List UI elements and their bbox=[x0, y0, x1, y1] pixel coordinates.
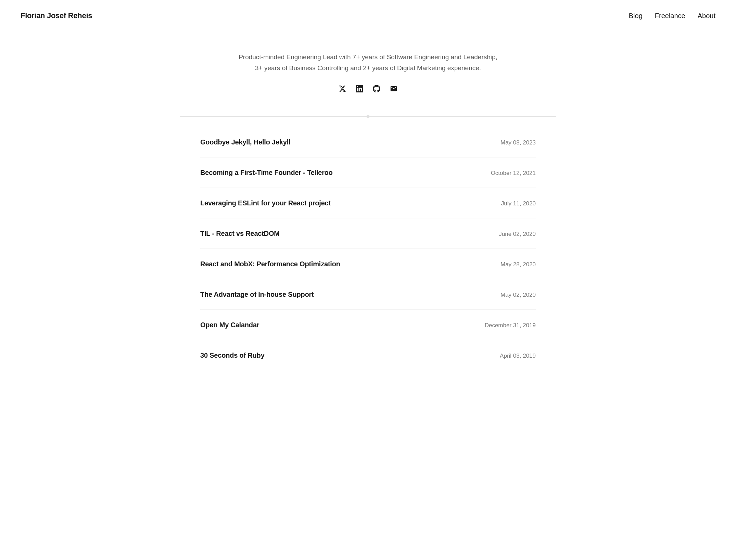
post-title: TIL - React vs ReactDOM bbox=[200, 228, 280, 239]
post-item[interactable]: 30 Seconds of RubyApril 03, 2019 bbox=[200, 340, 536, 370]
post-title: Leveraging ESLint for your React project bbox=[200, 198, 331, 208]
linkedin-icon[interactable] bbox=[356, 85, 363, 92]
github-icon[interactable] bbox=[373, 85, 380, 92]
post-date: June 02, 2020 bbox=[499, 229, 536, 239]
main-nav: Blog Freelance About bbox=[629, 10, 715, 21]
post-item[interactable]: React and MobX: Performance Optimization… bbox=[200, 249, 536, 279]
nav-freelance[interactable]: Freelance bbox=[655, 10, 685, 21]
post-title: Open My Calandar bbox=[200, 319, 259, 330]
post-item[interactable]: The Advantage of In-house SupportMay 02,… bbox=[200, 279, 536, 310]
post-item[interactable]: Open My CalandarDecember 31, 2019 bbox=[200, 310, 536, 340]
post-title: React and MobX: Performance Optimization bbox=[200, 258, 340, 269]
twitter-icon[interactable] bbox=[339, 85, 346, 92]
post-item[interactable]: TIL - React vs ReactDOMJune 02, 2020 bbox=[200, 218, 536, 249]
posts-list: Goodbye Jekyll, Hello JekyllMay 08, 2023… bbox=[180, 120, 556, 377]
post-date: May 28, 2020 bbox=[500, 260, 536, 269]
nav-about[interactable]: About bbox=[698, 10, 715, 21]
post-title: Goodbye Jekyll, Hello Jekyll bbox=[200, 137, 290, 148]
post-title: The Advantage of In-house Support bbox=[200, 289, 314, 300]
post-date: October 12, 2021 bbox=[491, 168, 536, 178]
post-title: Becoming a First-Time Founder - Telleroo bbox=[200, 167, 333, 178]
post-date: July 11, 2020 bbox=[501, 199, 536, 208]
post-date: May 02, 2020 bbox=[500, 290, 536, 300]
hero-description: Product-minded Engineering Lead with 7+ … bbox=[234, 52, 502, 74]
post-item[interactable]: Becoming a First-Time Founder - Telleroo… bbox=[200, 157, 536, 188]
social-icons bbox=[234, 85, 502, 92]
post-date: December 31, 2019 bbox=[485, 321, 536, 330]
post-item[interactable]: Leveraging ESLint for your React project… bbox=[200, 188, 536, 218]
divider bbox=[180, 116, 556, 117]
post-title: 30 Seconds of Ruby bbox=[200, 350, 265, 361]
nav-blog[interactable]: Blog bbox=[629, 10, 643, 21]
post-date: May 08, 2023 bbox=[500, 138, 536, 147]
post-date: April 03, 2019 bbox=[500, 351, 536, 360]
post-item[interactable]: Goodbye Jekyll, Hello JekyllMay 08, 2023 bbox=[200, 127, 536, 157]
email-icon[interactable] bbox=[390, 85, 397, 92]
hero-section: Product-minded Engineering Lead with 7+ … bbox=[0, 31, 736, 110]
site-title[interactable]: Florian Josef Reheis bbox=[21, 10, 92, 22]
site-header: Florian Josef Reheis Blog Freelance Abou… bbox=[0, 0, 736, 31]
